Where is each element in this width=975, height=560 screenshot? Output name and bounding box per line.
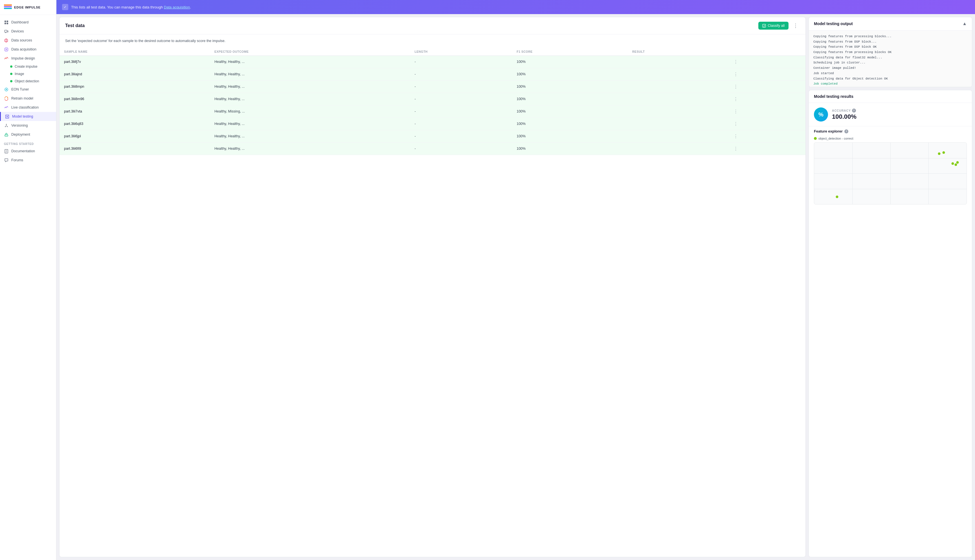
data-acquisition-link[interactable]: Data acquisition bbox=[164, 5, 190, 9]
row-actions-cell: ⋮ bbox=[727, 68, 805, 80]
sidebar-sub-object-detection[interactable]: Object detection bbox=[0, 78, 56, 85]
sidebar-item-label: Model testing bbox=[12, 115, 33, 118]
sidebar-item-label: Live classification bbox=[11, 105, 38, 109]
sidebar-item-devices[interactable]: Devices bbox=[0, 27, 56, 36]
chart-grid-vline bbox=[928, 143, 929, 204]
sidebar-item-impulse-design[interactable]: Impulse design bbox=[0, 54, 56, 63]
feature-explorer-info-icon[interactable]: ? bbox=[845, 130, 848, 133]
col-sample-name: SAMPLE NAME bbox=[60, 48, 210, 56]
log-line: Job completed bbox=[813, 81, 967, 87]
collapse-button[interactable]: ▲ bbox=[962, 21, 967, 26]
sidebar-navigation: Dashboard Devices Data sources Data acqu… bbox=[0, 15, 56, 560]
svg-rect-8 bbox=[7, 31, 8, 32]
test-data-panel: Test data Classify all ⋮ Set the 'expect… bbox=[59, 17, 806, 557]
col-actions bbox=[727, 48, 805, 56]
sidebar-item-dashboard[interactable]: Dashboard bbox=[0, 18, 56, 27]
row-action-button[interactable]: ⋮ bbox=[732, 71, 740, 78]
chart-data-point bbox=[836, 195, 838, 198]
row-actions-cell: ⋮ bbox=[727, 93, 805, 105]
classify-all-button[interactable]: Classify all bbox=[758, 22, 788, 30]
svg-rect-0 bbox=[4, 5, 12, 6]
model-testing-icon bbox=[5, 114, 9, 119]
accuracy-info: ACCURACY ? 100.00% bbox=[832, 108, 856, 120]
deployment-icon bbox=[4, 132, 8, 137]
feature-explorer-section: Feature explorer ? object_detection - co… bbox=[809, 126, 972, 210]
sidebar-item-deployment[interactable]: Deployment bbox=[0, 130, 56, 139]
sample-name-cell: part.3lii8mpn bbox=[60, 80, 210, 93]
panel-description: Set the 'expected outcome' for each samp… bbox=[60, 34, 805, 48]
model-testing-results-card: Model testing results % ACCURACY ? 100.0… bbox=[808, 90, 972, 557]
chart-data-point bbox=[955, 163, 957, 166]
row-action-button[interactable]: ⋮ bbox=[732, 133, 740, 140]
sidebar-item-model-testing[interactable]: Model testing bbox=[0, 112, 56, 121]
accuracy-label: ACCURACY ? bbox=[832, 108, 856, 113]
log-line: Scheduling job in cluster... bbox=[813, 60, 967, 65]
data-sources-icon bbox=[4, 38, 8, 43]
sidebar-item-documentation[interactable]: Documentation bbox=[0, 147, 56, 156]
sidebar-item-forums[interactable]: Forums bbox=[0, 156, 56, 165]
sidebar-item-eon-tuner[interactable]: EON Tuner bbox=[0, 85, 56, 94]
table-row: part.3liiajnd Healthy, Healthy, ... - 10… bbox=[60, 68, 805, 80]
forums-icon bbox=[4, 158, 8, 162]
devices-icon bbox=[4, 29, 8, 33]
sidebar-item-label: Retrain model bbox=[11, 97, 33, 100]
sample-name-cell: part.3lii6fi9 bbox=[60, 142, 210, 155]
banner-suffix: . bbox=[190, 5, 191, 9]
sidebar-item-label: Forums bbox=[11, 158, 23, 162]
col-result: RESULT bbox=[628, 48, 727, 56]
length-cell: - bbox=[410, 93, 512, 105]
sidebar-item-live-classification[interactable]: Live classification bbox=[0, 103, 56, 112]
dashboard-icon bbox=[4, 20, 8, 25]
results-card-title: Model testing results bbox=[814, 94, 853, 99]
f1-score-cell: 100% bbox=[512, 105, 628, 118]
chart-data-point bbox=[956, 161, 958, 163]
getting-started-title: GETTING STARTED bbox=[0, 139, 56, 147]
sidebar-item-label: Devices bbox=[11, 29, 24, 33]
svg-rect-1 bbox=[4, 6, 12, 7]
row-action-button[interactable]: ⋮ bbox=[732, 108, 740, 115]
log-line: Copying features from DSP block OK bbox=[813, 44, 967, 50]
sub-item-label: Create impulse bbox=[15, 65, 38, 68]
sidebar-item-data-acquisition[interactable]: Data acquisition bbox=[0, 45, 56, 54]
live-classification-icon bbox=[4, 105, 8, 110]
sidebar-sub-create-impulse[interactable]: Create impulse bbox=[0, 63, 56, 70]
length-cell: - bbox=[410, 142, 512, 155]
row-action-button[interactable]: ⋮ bbox=[732, 121, 740, 127]
result-cell bbox=[628, 80, 727, 93]
chart-grid-vline bbox=[890, 143, 891, 204]
expected-outcome-cell: Healthy, Missing, ... bbox=[210, 105, 410, 118]
active-dot bbox=[10, 73, 12, 75]
row-action-button[interactable]: ⋮ bbox=[732, 145, 740, 152]
table-row: part.3lii8m96 Healthy, Healthy, ... - 10… bbox=[60, 93, 805, 105]
expected-outcome-cell: Healthy, Healthy, ... bbox=[210, 93, 410, 105]
svg-rect-29 bbox=[763, 24, 766, 27]
sidebar-sub-image[interactable]: Image bbox=[0, 70, 56, 78]
f1-score-cell: 100% bbox=[512, 118, 628, 130]
result-cell bbox=[628, 130, 727, 142]
sidebar-item-label: Documentation bbox=[11, 149, 35, 153]
test-data-table: SAMPLE NAME EXPECTED OUTCOME LENGTH F1 S… bbox=[60, 48, 805, 155]
row-action-button[interactable]: ⋮ bbox=[732, 58, 740, 65]
accuracy-info-icon[interactable]: ? bbox=[852, 108, 856, 113]
banner-text: This lists all test data. You can manage… bbox=[71, 5, 191, 9]
sub-item-label: Object detection bbox=[15, 79, 39, 83]
row-action-button[interactable]: ⋮ bbox=[732, 96, 740, 102]
eon-tuner-icon bbox=[4, 87, 8, 92]
content-area: Test data Classify all ⋮ Set the 'expect… bbox=[57, 14, 975, 560]
legend-label: object_detection - correct bbox=[818, 137, 853, 140]
chart-data-point bbox=[952, 162, 954, 165]
sidebar-item-data-sources[interactable]: Data sources bbox=[0, 36, 56, 45]
svg-point-20 bbox=[7, 126, 8, 127]
feature-explorer-chart bbox=[814, 142, 967, 205]
expected-outcome-cell: Healthy, Healthy, ... bbox=[210, 55, 410, 68]
result-cell bbox=[628, 93, 727, 105]
sidebar-item-retrain-model[interactable]: Retrain model bbox=[0, 94, 56, 103]
sidebar-item-versioning[interactable]: Versioning bbox=[0, 121, 56, 130]
more-options-button[interactable]: ⋮ bbox=[791, 22, 800, 29]
row-action-button[interactable]: ⋮ bbox=[732, 83, 740, 90]
panel-title: Test data bbox=[65, 23, 85, 28]
svg-rect-7 bbox=[5, 30, 7, 32]
table-row: part.3liifj7v Healthy, Healthy, ... - 10… bbox=[60, 55, 805, 68]
accuracy-value: 100.00% bbox=[832, 113, 856, 120]
length-cell: - bbox=[410, 68, 512, 80]
